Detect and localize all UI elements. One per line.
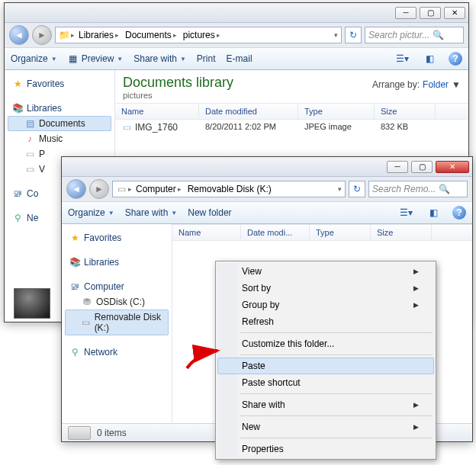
print-button[interactable]: Print xyxy=(197,53,216,64)
view-mode-button[interactable]: ☰▾ xyxy=(397,205,414,220)
breadcrumb[interactable]: Computer▸ xyxy=(133,184,184,194)
ctx-sortby[interactable]: Sort by▶ xyxy=(217,280,434,297)
drive-icon: ▭ xyxy=(82,317,91,328)
ctx-customize[interactable]: Customize this folder... xyxy=(217,335,434,352)
forward-button[interactable]: ► xyxy=(32,25,52,45)
chevron-down-icon[interactable]: ▾ xyxy=(334,31,338,39)
help-button[interactable]: ? xyxy=(449,52,462,66)
search-input[interactable]: Search Remo... 🔍 xyxy=(368,181,468,197)
breadcrumb[interactable]: pictures▸ xyxy=(181,30,223,40)
back-button[interactable]: ◄ xyxy=(9,25,29,45)
chevron-right-icon: ▸ xyxy=(173,31,177,39)
breadcrumb[interactable]: Removable Disk (K:) xyxy=(185,184,274,194)
col-type[interactable]: Type xyxy=(310,225,371,240)
file-row[interactable]: ▭IMG_1760 8/20/2011 2:02 PM JPEG image 8… xyxy=(115,120,468,135)
nav-osdisk[interactable]: ⛃OSDisk (C:) xyxy=(65,294,169,309)
star-icon: ★ xyxy=(12,79,23,89)
nav-libraries[interactable]: 📚Libraries xyxy=(65,255,169,270)
ctx-groupby[interactable]: Group by▶ xyxy=(217,297,434,313)
nav-computer[interactable]: 🖳Computer xyxy=(65,279,169,294)
col-size[interactable]: Size xyxy=(371,225,432,240)
view-mode-button[interactable]: ☰▾ xyxy=(394,51,410,66)
breadcrumb[interactable]: Libraries▸ xyxy=(76,30,121,40)
nav-favorites[interactable]: ★Favorites xyxy=(8,76,111,91)
arrange-by[interactable]: Arrange by: Folder ▼ xyxy=(372,75,461,90)
help-button[interactable]: ? xyxy=(452,206,466,220)
close-button[interactable]: ✕ xyxy=(444,7,465,19)
nav-favorites[interactable]: ★Favorites xyxy=(65,230,169,245)
computer-icon: 🖳 xyxy=(69,281,80,292)
ctx-properties[interactable]: Properties xyxy=(217,441,434,457)
forward-button[interactable]: ► xyxy=(89,179,109,199)
separator xyxy=(240,332,433,333)
address-bar[interactable]: ▭ ▸ Computer▸ Removable Disk (K:) ▾ xyxy=(112,181,346,197)
chevron-right-icon: ▸ xyxy=(115,31,119,39)
preview-pane-button[interactable]: ◧ xyxy=(421,51,438,66)
nav-documents[interactable]: ▤Documents xyxy=(8,116,111,131)
network-icon: ⚲ xyxy=(12,213,23,223)
col-type[interactable]: Type xyxy=(298,104,375,119)
col-date[interactable]: Date modified xyxy=(199,104,298,119)
nav-music[interactable]: ♪Music xyxy=(8,131,111,146)
minimize-button[interactable]: ─ xyxy=(395,7,416,19)
ctx-paste[interactable]: Paste xyxy=(217,358,434,374)
preview-pane-button[interactable]: ◧ xyxy=(425,205,442,220)
email-button[interactable]: E-mail xyxy=(227,53,252,64)
network-icon: ⚲ xyxy=(69,347,80,358)
back-button[interactable]: ◄ xyxy=(66,179,86,199)
minimize-button[interactable]: ─ xyxy=(387,161,408,173)
refresh-button[interactable]: ↻ xyxy=(345,27,362,43)
drive-icon xyxy=(68,426,91,440)
nav-network[interactable]: ⚲Network xyxy=(65,345,169,360)
col-name[interactable]: Name xyxy=(115,104,199,119)
toolbar: Organize▼ ▦Preview▼ Share with▼ Print E-… xyxy=(5,47,468,70)
nav-libraries[interactable]: 📚Libraries xyxy=(8,101,111,116)
status-items: 0 items xyxy=(97,428,127,438)
organize-button[interactable]: Organize▼ xyxy=(11,53,57,64)
drive-icon: ▭ xyxy=(116,184,127,194)
ctx-view[interactable]: View▶ xyxy=(217,263,434,280)
titlebar[interactable]: ─ ▢ ✕ xyxy=(62,157,472,177)
new-folder-button[interactable]: New folder xyxy=(188,207,231,218)
close-button[interactable]: ✕ xyxy=(436,161,469,173)
view-icon: ☰ xyxy=(396,53,404,64)
column-headers[interactable]: Name Date modified Type Size xyxy=(115,103,468,120)
col-date[interactable]: Date modi... xyxy=(241,225,310,240)
pane-icon: ◧ xyxy=(426,53,434,64)
computer-icon: 🖳 xyxy=(12,188,23,199)
ctx-refresh[interactable]: Refresh xyxy=(217,313,434,330)
search-icon: 🔍 xyxy=(433,30,444,40)
separator xyxy=(240,415,433,416)
preview-button[interactable]: ▦Preview▼ xyxy=(68,53,124,64)
maximize-button[interactable]: ▢ xyxy=(420,7,441,19)
help-icon: ? xyxy=(456,207,462,218)
separator xyxy=(240,393,433,394)
search-input[interactable]: Search pictur... 🔍 xyxy=(365,27,464,43)
col-size[interactable]: Size xyxy=(375,104,436,119)
column-headers[interactable]: Name Date modi... Type Size xyxy=(172,224,472,241)
refresh-icon: ↻ xyxy=(349,30,357,40)
share-button[interactable]: Share with▼ xyxy=(125,207,178,218)
col-name[interactable]: Name xyxy=(172,225,241,240)
organize-button[interactable]: Organize▼ xyxy=(68,207,114,218)
chevron-down-icon: ▼ xyxy=(108,210,114,216)
nav-removable[interactable]: ▭Removable Disk (K:) xyxy=(65,309,169,335)
refresh-button[interactable]: ↻ xyxy=(349,181,365,197)
help-icon: ? xyxy=(452,53,458,64)
arrow-right-icon: ► xyxy=(95,184,104,194)
breadcrumb[interactable]: Documents▸ xyxy=(123,30,179,40)
chevron-down-icon: ▼ xyxy=(171,210,177,216)
ctx-sharewith[interactable]: Share with▶ xyxy=(217,396,434,413)
address-bar[interactable]: 📁 ▸ Libraries▸ Documents▸ pictures▸ ▾ xyxy=(55,27,342,43)
chevron-down-icon: ▼ xyxy=(117,56,123,63)
libraries-icon: 📚 xyxy=(12,103,23,114)
titlebar[interactable]: ─ ▢ ✕ xyxy=(5,3,468,23)
toolbar: Organize▼ Share with▼ New folder ☰▾ ◧ ? xyxy=(62,201,472,224)
ctx-new[interactable]: New▶ xyxy=(217,418,434,435)
maximize-button[interactable]: ▢ xyxy=(411,161,433,173)
library-subtitle: pictures xyxy=(123,91,233,100)
pictures-icon: ▭ xyxy=(24,149,35,159)
chevron-down-icon[interactable]: ▾ xyxy=(338,185,342,193)
ctx-paste-shortcut[interactable]: Paste shortcut xyxy=(217,374,434,391)
share-button[interactable]: Share with▼ xyxy=(133,53,186,64)
